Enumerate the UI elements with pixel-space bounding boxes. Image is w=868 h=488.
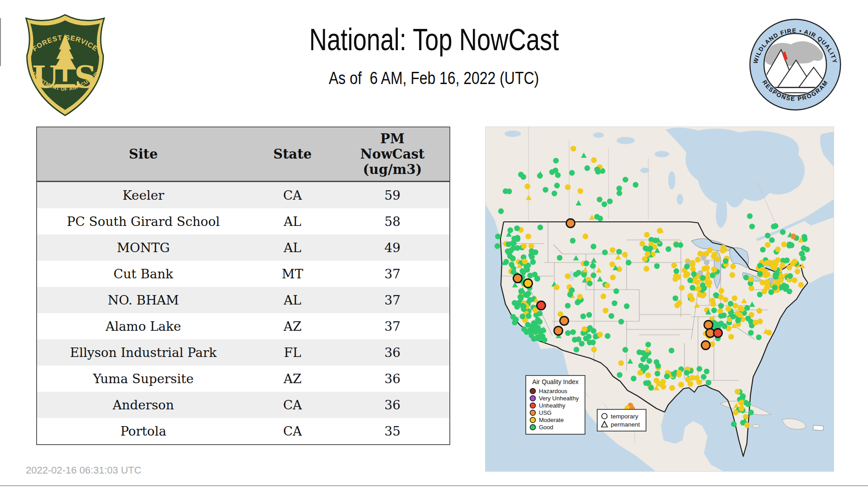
monitor-dot-temporary — [690, 285, 696, 291]
table-row: Ellyson Industrial ParkFL36 — [37, 339, 450, 366]
monitor-dot-temporary — [506, 241, 512, 247]
monitor-dot-temporary — [600, 294, 606, 300]
monitor-dot-temporary — [731, 421, 737, 427]
monitor-dot-temporary — [665, 246, 671, 252]
monitor-dot-temporary — [735, 318, 741, 324]
monitor-dot-temporary — [577, 294, 583, 300]
monitor-dot-temporary — [701, 374, 707, 380]
state-cell: FL — [250, 339, 335, 366]
monitor-dot-temporary — [678, 382, 684, 388]
site-cell: Ellyson Industrial Park — [37, 339, 250, 366]
monitor-dot-temporary — [728, 334, 734, 340]
monitor-dot-temporary — [753, 320, 759, 326]
monitor-dot-temporary — [710, 301, 716, 307]
column-header-pm-nowcast: PM NowCast (ug/m3) — [335, 127, 450, 182]
monitor-dot-temporary — [792, 277, 797, 283]
legend-item-permanent: permanent — [601, 420, 642, 428]
monitor-dot-temporary — [730, 272, 736, 278]
table-row: PortolaCA35 — [37, 418, 450, 445]
monitor-dot-temporary — [703, 251, 709, 257]
monitor-dot-temporary — [712, 252, 717, 258]
monitor-dot-temporary — [503, 259, 509, 265]
monitor-dot-temporary — [569, 170, 575, 176]
monitor-dot-temporary — [618, 360, 624, 366]
table-row: PC South Girard SchoolAL58 — [37, 208, 450, 235]
pm-value-cell: 58 — [335, 208, 450, 235]
monitor-dot-temporary — [790, 234, 796, 239]
state-cell: AL — [250, 235, 335, 261]
pm-value-cell: 59 — [335, 182, 450, 209]
monitor-dot-temporary — [574, 347, 580, 352]
monitor-dot-temporary — [610, 247, 616, 253]
forest-service-shield-icon: FOREST SERVICE DEPARTMENT OF AGRICULTURE… — [22, 13, 108, 118]
monitor-dot-temporary — [756, 308, 762, 314]
monitor-dot-temporary — [781, 242, 787, 248]
monitor-dot-temporary — [657, 228, 663, 234]
monitor-dot-temporary — [780, 229, 786, 235]
monitor-dot-temporary — [528, 327, 533, 333]
monitor-dot-temporary — [671, 371, 677, 377]
monitor-dot-temporary — [723, 258, 729, 264]
monitor-dot-temporary — [645, 372, 651, 378]
monitor-dot-temporary — [694, 280, 700, 286]
monitor-dot-temporary — [569, 287, 575, 293]
monitor-dot-temporary — [779, 284, 785, 290]
monitor-dot-temporary — [664, 374, 670, 380]
monitor-dot-temporary — [676, 300, 682, 306]
table-body: KeelerCA59PC South Girard SchoolAL58MONT… — [37, 182, 450, 445]
temporary-circle-icon — [601, 413, 608, 420]
top-site-marker — [514, 274, 522, 283]
monitor-dot-temporary — [522, 258, 528, 264]
monitor-dot-temporary — [731, 314, 736, 319]
monitor-dot-temporary — [554, 183, 560, 188]
monitor-dot-temporary — [699, 293, 705, 299]
monitor-dot-temporary — [631, 375, 637, 381]
monitor-dot-temporary — [706, 380, 712, 386]
state-cell: CA — [250, 392, 335, 418]
monitor-dot-temporary — [528, 243, 534, 249]
aqi-color-dot-icon — [529, 424, 536, 431]
pm-value-cell: 36 — [335, 339, 450, 366]
monitor-dot-temporary — [538, 225, 543, 230]
state-cell: AL — [250, 208, 335, 235]
monitor-dot-temporary — [525, 322, 531, 328]
monitor-dot-temporary — [790, 261, 796, 267]
monitor-dot-temporary — [775, 247, 781, 253]
monitor-dot-temporary — [647, 246, 653, 252]
monitor-dot-temporary — [590, 244, 596, 249]
aqi-color-dot-icon — [529, 417, 536, 423]
monitor-dot-temporary — [648, 385, 654, 391]
wfaqrp-logo-icon: WILDLAND FIRE • AIR QUALITY RESPONSE PRO… — [747, 16, 844, 113]
monitor-dot-temporary — [749, 224, 755, 230]
monitor-dot-temporary — [498, 208, 504, 214]
monitor-dot-temporary — [557, 311, 563, 317]
monitor-dot-temporary — [685, 377, 691, 383]
monitor-dot-temporary — [748, 330, 754, 336]
table-row: Cut BankMT37 — [37, 261, 450, 287]
top-site-marker — [537, 301, 546, 310]
monitor-dot-temporary — [756, 334, 762, 340]
monitor-dot-temporary — [654, 263, 660, 269]
monitor-dot-temporary — [676, 370, 682, 376]
monitor-dot-temporary — [772, 285, 778, 291]
monitor-dot-temporary — [773, 223, 778, 229]
monitor-dot-temporary — [765, 272, 771, 277]
monitor-dot-temporary — [774, 272, 779, 277]
monitor-dot-temporary — [715, 256, 721, 262]
monitor-dot-temporary — [669, 347, 675, 353]
monitor-dot-temporary — [577, 188, 583, 194]
monitor-dot-temporary — [670, 385, 675, 391]
state-cell: CA — [250, 418, 335, 445]
bottom-border-line — [0, 485, 868, 486]
top-site-marker — [560, 317, 569, 325]
monitor-dot-temporary — [697, 366, 703, 372]
table-row: Alamo LakeAZ37 — [37, 313, 450, 339]
monitor-dot-temporary — [744, 305, 750, 311]
aqi-legend-item: Hazardous — [529, 387, 581, 394]
monitor-dot-temporary — [743, 414, 749, 420]
monitor-dot-temporary — [495, 234, 501, 239]
top-site-marker — [566, 219, 575, 228]
monitor-dot-temporary — [609, 313, 614, 319]
monitor-dot-temporary — [637, 370, 643, 376]
monitor-dot-temporary — [626, 260, 632, 266]
